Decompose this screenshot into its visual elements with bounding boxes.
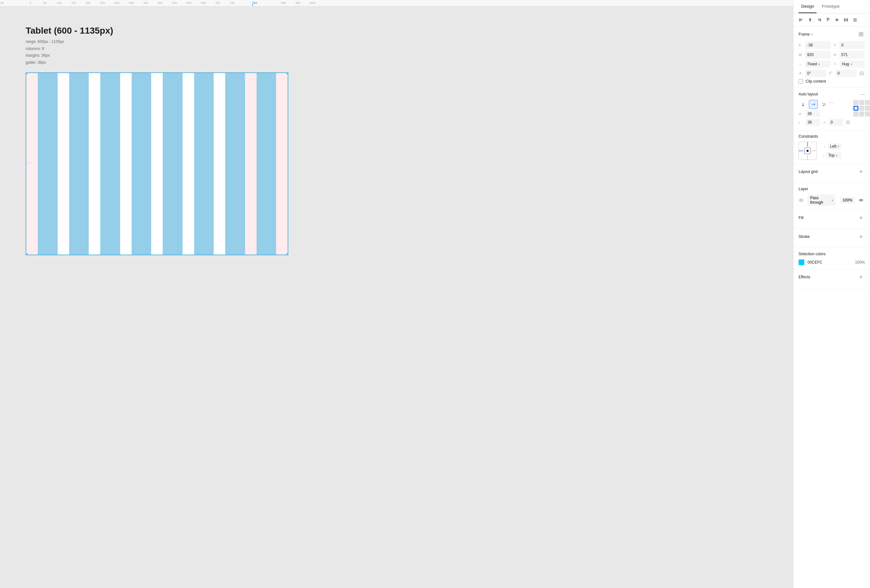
- ruler-tick: 0: [30, 1, 31, 4]
- align-middle-icon[interactable]: [833, 16, 841, 24]
- blend-mode-dropdown[interactable]: Pass through ▾: [807, 194, 836, 206]
- horizontal-constraint-dropdown[interactable]: Left ▾: [828, 143, 841, 150]
- more-align-icon[interactable]: [851, 16, 859, 24]
- frame-resize-icon[interactable]: [857, 30, 865, 38]
- clip-content-row: Clip content: [798, 79, 865, 83]
- frame-handle-br[interactable]: [286, 253, 288, 255]
- grid-gutter-7-right: [245, 73, 256, 255]
- wh-row: W 820 H 571: [798, 51, 865, 59]
- align-left-icon[interactable]: [797, 16, 805, 24]
- align-cell[interactable]: [859, 106, 864, 111]
- constraints-section: Constraints ↔: [793, 130, 870, 164]
- svg-rect-2: [800, 20, 801, 21]
- svg-rect-19: [854, 20, 857, 21]
- alignment-toolbar: [793, 13, 870, 27]
- svg-rect-21: [857, 18, 857, 21]
- align-cell[interactable]: [859, 112, 864, 116]
- tab-design[interactable]: Design: [798, 0, 816, 13]
- constraint-top-line: [807, 142, 808, 147]
- svg-rect-1: [800, 19, 802, 19]
- svg-rect-9: [827, 18, 830, 19]
- align-cell[interactable]: [865, 100, 870, 105]
- direction-right-btn[interactable]: [809, 100, 818, 109]
- svg-rect-11: [828, 19, 829, 20]
- corner-individual-icon[interactable]: [858, 70, 865, 77]
- frame-dropdown-arrow[interactable]: ▾: [811, 33, 813, 36]
- svg-rect-24: [859, 34, 861, 36]
- frame-info: range: 600px - 1135px columns: 8 margins…: [25, 39, 288, 66]
- ruler-tick: 900: [281, 1, 286, 4]
- frame-section-title: Frame: [798, 32, 810, 37]
- stroke-add-btn[interactable]: [857, 233, 865, 241]
- svg-rect-20: [854, 21, 857, 21]
- ruler-tick: 400: [143, 1, 148, 4]
- align-cell-active[interactable]: [854, 106, 858, 111]
- grid-col-1: [38, 73, 58, 255]
- grid-gutter-2: [89, 73, 100, 255]
- opacity-input[interactable]: 100%: [840, 196, 855, 204]
- align-cell[interactable]: [854, 112, 858, 116]
- padding-individual-icon[interactable]: [845, 119, 851, 126]
- layout-grid-section: Layout grid: [793, 164, 870, 183]
- frame-handle-bl[interactable]: [25, 253, 28, 255]
- size-type-row: ↔ Fixed ▾ ✕ Hug ▾: [798, 61, 865, 68]
- align-cell[interactable]: [859, 100, 864, 105]
- horizontal-gap-input[interactable]: 36: [806, 110, 820, 117]
- color-swatch[interactable]: [798, 259, 804, 265]
- auto-layout-more-btn[interactable]: ···: [829, 100, 834, 109]
- canvas-content[interactable]: Tablet (600 - 1135px) range: 600px - 113…: [0, 6, 793, 588]
- clip-content-checkbox[interactable]: [798, 79, 803, 83]
- svg-rect-12: [836, 20, 839, 21]
- width-type-dropdown[interactable]: Fixed ▾: [805, 61, 831, 68]
- frame-container: Tablet (600 - 1135px) range: 600px - 113…: [25, 25, 288, 255]
- height-type-dropdown[interactable]: Hug ▾: [840, 61, 865, 68]
- ruler-tick: 600: [201, 1, 206, 4]
- h-input[interactable]: 571: [839, 51, 865, 59]
- grid-col-4: [132, 73, 152, 255]
- fill-add-btn[interactable]: [857, 214, 865, 222]
- frame-box[interactable]: 820 × Hug: [25, 72, 288, 255]
- ruler-tick: 100: [57, 1, 61, 4]
- frame-section-header: Frame ▾: [798, 30, 865, 38]
- effects-header: Effects: [798, 273, 865, 281]
- tab-prototype[interactable]: Prototype: [819, 0, 842, 13]
- vertical-constraint-dropdown[interactable]: Top ▾: [827, 152, 841, 159]
- svg-rect-25: [861, 34, 863, 36]
- distribute-icon[interactable]: [842, 16, 850, 24]
- vertical-gap-input[interactable]: 36: [806, 119, 820, 126]
- svg-rect-6: [821, 18, 821, 21]
- layer-section: Layer Pass through ▾ 100%: [793, 183, 870, 210]
- frame-handle-tr[interactable]: [286, 72, 288, 74]
- y-input[interactable]: 0: [839, 41, 865, 49]
- layout-grid-add-btn[interactable]: [857, 168, 865, 176]
- auto-layout-collapse[interactable]: —: [860, 92, 865, 97]
- align-cell[interactable]: [865, 106, 870, 111]
- svg-rect-29: [847, 121, 849, 123]
- color-swatch-row: 00CEFC 100%: [798, 259, 865, 265]
- blend-mode-icon: [798, 198, 804, 203]
- ruler-tick: 500: [172, 1, 177, 4]
- ruler-tick: 350: [129, 1, 134, 4]
- ruler-tick: 250: [100, 1, 105, 4]
- align-cell[interactable]: [854, 100, 858, 105]
- padding-input[interactable]: 0: [829, 119, 843, 126]
- ruler-tick: 300: [114, 1, 119, 4]
- align-cell[interactable]: [865, 112, 870, 116]
- align-top-icon[interactable]: [824, 16, 832, 24]
- corner-radius-input[interactable]: 0: [836, 70, 857, 77]
- grid-col-8: [256, 73, 276, 255]
- effects-add-btn[interactable]: [857, 273, 865, 281]
- x-input[interactable]: -36: [805, 41, 831, 49]
- svg-rect-27: [861, 72, 863, 74]
- direction-wrap-btn[interactable]: [819, 100, 828, 109]
- ruler-tick: 50: [43, 1, 46, 4]
- frame-handle-tl[interactable]: [25, 72, 28, 74]
- align-center-horizontal-icon[interactable]: [806, 16, 814, 24]
- visibility-toggle[interactable]: [857, 196, 865, 204]
- w-input[interactable]: 820: [805, 51, 831, 59]
- alignment-grid: [854, 100, 870, 116]
- rotation-input[interactable]: 0°: [805, 70, 827, 77]
- svg-rect-17: [845, 19, 847, 21]
- direction-down-btn[interactable]: [798, 100, 807, 109]
- align-right-icon[interactable]: [815, 16, 823, 24]
